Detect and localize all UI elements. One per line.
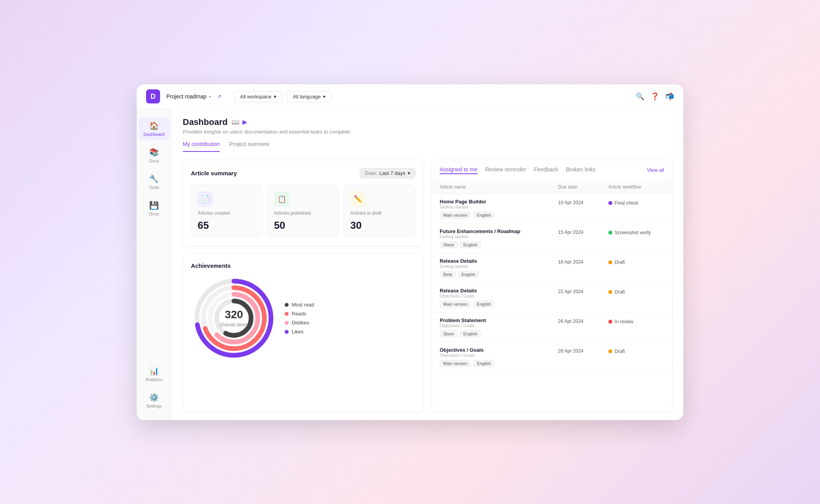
chart-legend: Most read Reads Dislikes — [285, 302, 314, 335]
sidebar-label-drive: Drive — [149, 212, 159, 216]
article-cat-5: Objectives / Goals — [440, 353, 542, 358]
help-icon[interactable]: ❓ — [651, 92, 659, 101]
top-nav: D Project roadmap ▾ ↗ All workspace ▾ Al… — [137, 84, 683, 109]
workflow-text-3: Draft — [615, 289, 625, 295]
col-workflow: Article workflow — [601, 180, 672, 194]
logo: D — [146, 89, 160, 103]
table-row: Future Enhancements / Roadmap Getting st… — [432, 223, 672, 253]
project-selector[interactable]: Project roadmap ▾ — [166, 93, 211, 100]
sidebar-label-dashboard: Dashboard — [144, 132, 165, 137]
tag: English — [473, 301, 494, 308]
stat-cards: 📄 Articles created 65 📋 Articles publish… — [191, 185, 415, 239]
tag-row-3: Main versionEnglish — [440, 301, 542, 308]
date-filter-value: Last 7 days — [380, 170, 406, 176]
page-subtitle: Provides insights on users' documentatio… — [183, 129, 672, 135]
legend-dislikes: Dislikes — [285, 320, 314, 326]
workflow-0: Final check — [608, 199, 664, 206]
article-name-2[interactable]: Release Details — [440, 258, 542, 264]
articles-table: Article name Due date Article workflow H… — [432, 180, 672, 372]
draft-value: 30 — [350, 219, 409, 232]
most-read-label: Most read — [292, 302, 314, 308]
table-row: Objectives / Goals Objectives / Goals Ma… — [432, 342, 672, 372]
language-filter-label: All language — [293, 94, 321, 100]
article-name-0[interactable]: Home Page Builder — [440, 199, 542, 205]
table-row: Release Details Getting started BetaEngl… — [432, 253, 672, 283]
sidebar-item-settings[interactable]: ⚙️ Settings — [139, 389, 170, 412]
tab-assigned[interactable]: Assigned to me — [440, 166, 478, 174]
notifications-icon[interactable]: 📬 — [665, 92, 674, 101]
article-name-4[interactable]: Problem Statement — [440, 317, 542, 323]
tag: Slave — [440, 241, 458, 248]
draft-label: Articles in draft — [350, 210, 409, 217]
external-link-icon[interactable]: ↗ — [217, 93, 222, 100]
workspace-chevron-icon: ▾ — [274, 94, 276, 100]
tag: English — [458, 271, 479, 278]
workflow-cell-1: Screenshot verify — [601, 223, 672, 253]
tab-project-overview[interactable]: Project overview — [229, 141, 269, 152]
articles-card: Assigned to me Review reminder Feedback … — [431, 160, 672, 412]
tools-icon: 🔧 — [149, 174, 159, 183]
tag: Main version — [440, 360, 471, 367]
due-date-cell-1: 15 Apr 2024 — [550, 223, 601, 253]
date-filter-label: Date: — [365, 170, 377, 176]
page-title-row: Dashboard 📖 ▶ — [183, 117, 672, 127]
sidebar-label-analytics: Analytics — [145, 377, 162, 382]
workflow-cell-3: Draft — [601, 283, 672, 312]
dashboard-icon: 🏠 — [149, 121, 159, 130]
workflow-text-1: Screenshot verify — [615, 230, 651, 235]
published-label: Articles published — [274, 210, 333, 217]
workflow-cell-2: Draft — [601, 253, 672, 283]
page-title: Dashboard — [183, 117, 228, 127]
tab-broken[interactable]: Broken links — [566, 166, 595, 174]
sidebar-item-drive[interactable]: 💾 Drive — [139, 197, 170, 220]
sidebar-label-tools: Tools — [149, 185, 159, 190]
tab-review[interactable]: Review reminder — [485, 166, 526, 174]
legend-likes: Likes — [285, 329, 314, 335]
donut-label: Overall views — [220, 322, 248, 328]
article-name-1[interactable]: Future Enhancements / Roadmap — [440, 228, 542, 234]
settings-icon: ⚙️ — [149, 393, 159, 402]
due-date-cell-2: 18 Apr 2024 — [550, 253, 601, 283]
article-cat-0: Getting started — [440, 205, 542, 209]
sidebar-item-dashboard[interactable]: 🏠 Dashboard — [139, 117, 170, 141]
table-row: Release Details Objectives / Goals Main … — [432, 283, 672, 312]
col-due-date: Due date — [550, 180, 601, 194]
tag: Slave — [440, 330, 458, 337]
view-all-button[interactable]: View all — [647, 167, 664, 173]
created-icon: 📄 — [198, 191, 213, 207]
tab-my-contribution[interactable]: My contribution — [183, 141, 220, 152]
book-icon[interactable]: 📖 — [232, 118, 239, 126]
achievements-title: Achievements — [191, 262, 231, 269]
article-name-3[interactable]: Release Details — [440, 288, 542, 294]
table-row: Problem Statement Objectives / Goals Sla… — [432, 312, 672, 342]
sidebar-item-docs[interactable]: 📚 Docs — [139, 144, 170, 167]
date-filter-button[interactable]: Date: Last 7 days ▾ — [360, 168, 415, 178]
app-window: D Project roadmap ▾ ↗ All workspace ▾ Al… — [137, 84, 683, 420]
draft-icon: ✏️ — [350, 191, 366, 207]
published-value: 50 — [274, 219, 333, 232]
workflow-cell-4: In review — [601, 312, 672, 342]
language-filter[interactable]: All language ▾ — [287, 91, 332, 102]
sidebar-item-tools[interactable]: 🔧 Tools — [139, 170, 170, 194]
tab-feedback[interactable]: Feedback — [534, 166, 558, 174]
workflow-text-0: Final check — [615, 200, 638, 206]
workflow-5: Draft — [608, 347, 664, 354]
donut-chart: 320 Overall views — [191, 275, 277, 361]
workspace-filter[interactable]: All workspace ▾ — [234, 91, 282, 102]
articles-card-header: Assigned to me Review reminder Feedback … — [432, 160, 672, 180]
likes-label: Likes — [292, 329, 303, 335]
article-cat-1: Getting started — [440, 234, 542, 239]
most-read-dot — [285, 303, 289, 307]
article-name-5[interactable]: Objectives / Goals — [440, 347, 542, 353]
created-label: Articles created — [198, 210, 256, 217]
tag: English — [460, 330, 481, 337]
due-date-4: 26 Apr 2024 — [558, 317, 583, 324]
article-cat-4: Objectives / Goals — [440, 323, 542, 328]
sidebar-item-analytics[interactable]: 📊 Analytics — [139, 362, 170, 386]
language-chevron-icon: ▾ — [323, 94, 326, 100]
search-icon[interactable]: 🔍 — [636, 92, 644, 101]
stat-card-published: 📋 Articles published 50 — [267, 185, 339, 239]
play-icon[interactable]: ▶ — [242, 118, 247, 126]
due-date-cell-3: 22 Apr 2024 — [550, 283, 601, 312]
dislikes-label: Dislikes — [292, 320, 309, 326]
